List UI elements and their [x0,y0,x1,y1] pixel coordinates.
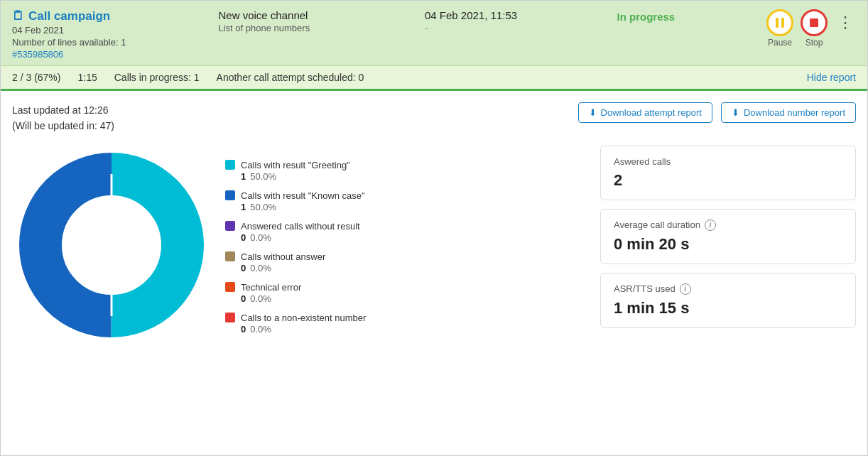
download-icon-1: ⬇ [589,107,597,118]
progress-stat: 2 / 3 (67%) [12,72,60,83]
time-value: 04 Feb 2021, 11:53 [425,9,538,21]
legend-pct: 50.0% [250,202,276,212]
legend-area: Calls with result "Greeting" 1 50.0% Cal… [225,146,586,335]
content-row: Calls with result "Greeting" 1 50.0% Cal… [12,146,856,344]
campaign-title: 🗒 Call campaign [12,9,140,23]
legend-item: Technical error 0 0.0% [225,282,586,304]
channel-sub: List of phone numbers [219,23,347,33]
svg-rect-0 [776,18,779,28]
last-updated-text: Last updated at 12:26 [12,102,114,118]
stat-card-value: 1 min 15 s [614,299,842,317]
header-time: 04 Feb 2021, 11:53 - [425,9,538,33]
report-header: Last updated at 12:26 (Will be updated i… [12,102,856,134]
legend-label: Calls with result "Greeting" [241,160,350,170]
main-content: Last updated at 12:26 (Will be updated i… [1,91,867,455]
legend-item: Answered calls without result 0 0.0% [225,221,586,243]
legend-dot [225,251,235,261]
campaign-title-text: Call campaign [28,9,110,23]
legend-label: Calls to a non-existent number [241,313,366,323]
stop-button[interactable] [801,9,828,36]
next-attempt-stat: Another call attempt scheduled: 0 [217,72,364,83]
svg-rect-1 [781,18,784,28]
campaign-icon: 🗒 [12,9,24,23]
stats-bar: 2 / 3 (67%) 1:15 Calls in progress: 1 An… [1,66,867,91]
campaign-date: 04 Feb 2021 [12,25,140,36]
download-attempt-label: Download attempt report [601,107,702,118]
pause-btn-group: Pause [766,9,793,48]
legend-pct: 0.0% [250,293,271,304]
legend-count: 0 [241,232,246,243]
download-icon-2: ⬇ [732,107,739,118]
legend-item: Calls without answer 0 0.0% [225,251,586,273]
donut-chart [12,146,211,344]
legend-label: Technical error [241,282,301,293]
channel-name: New voice channel [219,9,347,21]
time-dash: - [425,23,538,33]
lines-available: Number of lines available: 1 [12,37,140,48]
hide-report-button[interactable]: Hide report [807,72,856,83]
legend-item: Calls with result "Known case" 1 50.0% [225,190,586,212]
pause-label: Pause [768,38,792,48]
stat-card-label: ASR/TTS used i [614,283,842,295]
pause-button[interactable] [766,9,793,36]
calls-in-progress-stat: Calls in progress: 1 [114,72,200,83]
legend-count: 1 [241,171,246,182]
update-countdown-text: (Will be updated in: 47) [12,118,114,134]
header-banner: 🗒 Call campaign 04 Feb 2021 Number of li… [1,1,867,66]
stop-label: Stop [805,38,823,48]
legend-pct: 0.0% [250,324,271,335]
legend-dot [225,221,235,231]
download-number-report-button[interactable]: ⬇ Download number report [721,102,856,123]
more-options-button[interactable]: ⋮ [835,12,856,33]
legend-dot [225,190,235,200]
status-badge: In progress [617,9,688,23]
legend-dot [225,313,235,322]
stats-cards: Aswered calls 2 Average call duration i … [600,146,856,328]
legend-count: 1 [241,202,246,212]
stat-card-value: 2 [614,171,842,190]
legend-pct: 0.0% [250,263,271,273]
stat-card-value: 0 min 20 s [614,235,842,254]
stat-card: Average call duration i 0 min 20 s [600,209,856,264]
stat-card-label: Aswered calls [614,156,842,167]
legend-count: 0 [241,324,246,335]
action-buttons: Pause Stop ⋮ [766,9,856,48]
info-icon: i [705,219,716,231]
download-number-label: Download number report [744,107,845,118]
stat-card: Aswered calls 2 [600,146,856,200]
channel-info: New voice channel List of phone numbers [219,9,347,33]
stop-btn-group: Stop [801,9,828,48]
legend-count: 0 [241,293,246,304]
campaign-info: 🗒 Call campaign 04 Feb 2021 Number of li… [12,9,140,60]
stats-left: 2 / 3 (67%) 1:15 Calls in progress: 1 An… [12,72,364,83]
info-icon: i [680,283,691,295]
legend-label: Calls without answer [241,251,325,262]
legend-label: Calls with result "Known case" [241,190,365,201]
legend-dot [225,282,235,292]
legend-count: 0 [241,263,246,273]
download-attempt-report-button[interactable]: ⬇ Download attempt report [578,102,712,123]
legend-pct: 0.0% [250,232,271,243]
update-info: Last updated at 12:26 (Will be updated i… [12,102,114,134]
download-buttons: ⬇ Download attempt report ⬇ Download num… [578,102,856,123]
svg-rect-2 [810,18,818,27]
legend-pct: 50.0% [250,171,276,182]
legend-item: Calls with result "Greeting" 1 50.0% [225,160,586,182]
legend-label: Answered calls without result [241,221,360,232]
duration-stat: 1:15 [77,72,97,83]
legend-dot [225,160,235,170]
stat-card-label: Average call duration i [614,219,842,231]
stat-card: ASR/TTS used i 1 min 15 s [600,273,856,328]
legend-item: Calls to a non-existent number 0 0.0% [225,313,586,335]
campaign-hash-link[interactable]: #535985806 [12,49,140,60]
